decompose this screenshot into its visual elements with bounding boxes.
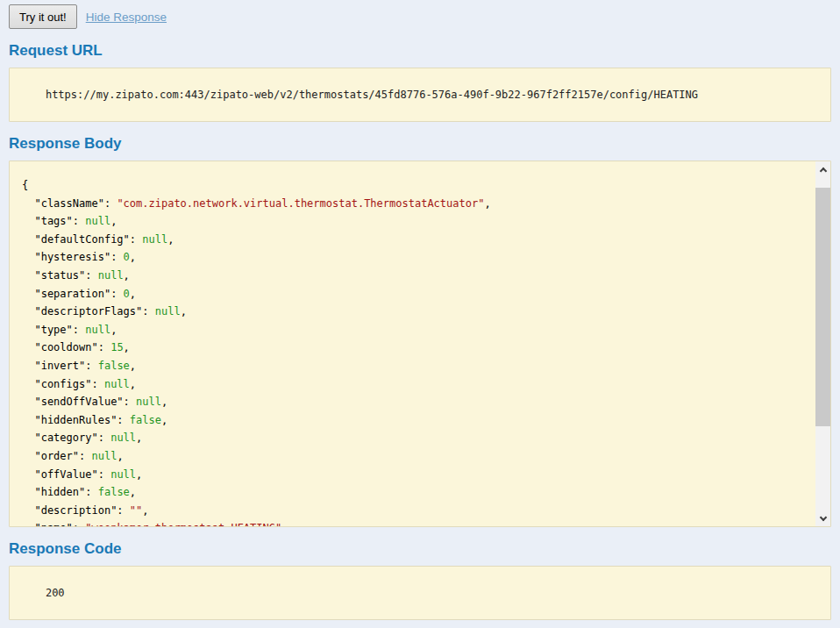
- response-code-value: 200: [46, 587, 65, 599]
- request-url-box: https://my.zipato.com:443/zipato-web/v2/…: [9, 68, 831, 122]
- scrollbar-track[interactable]: [815, 176, 830, 511]
- chevron-down-icon: [819, 513, 826, 520]
- response-body-panel: { "className": "com.zipato.network.virtu…: [9, 161, 831, 527]
- response-body-scrollbar[interactable]: [815, 161, 830, 526]
- request-url-value: https://my.zipato.com:443/zipato-web/v2/…: [46, 89, 698, 101]
- hide-response-link[interactable]: Hide Response: [86, 11, 167, 24]
- request-url-heading: Request URL: [9, 42, 831, 60]
- response-code-heading: Response Code: [9, 540, 831, 558]
- chevron-up-icon: [819, 167, 826, 174]
- actions-row: Try it out! Hide Response: [9, 4, 831, 29]
- response-code-box: 200: [9, 566, 831, 620]
- response-body-heading: Response Body: [9, 135, 831, 153]
- scrollbar-down-button[interactable]: [815, 511, 830, 526]
- scrollbar-up-button[interactable]: [815, 161, 830, 176]
- try-it-out-button[interactable]: Try it out!: [9, 4, 77, 29]
- scrollbar-thumb[interactable]: [815, 188, 830, 426]
- response-body-json: { "className": "com.zipato.network.virtu…: [10, 161, 830, 526]
- api-response-panel: Try it out! Hide Response Request URL ht…: [0, 0, 840, 628]
